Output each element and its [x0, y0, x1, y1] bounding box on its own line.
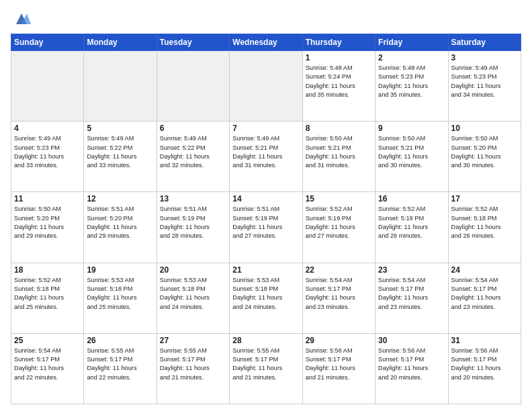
day-number: 30: [378, 336, 445, 345]
calendar-cell: 19Sunrise: 5:53 AM Sunset: 5:18 PM Dayli…: [84, 263, 157, 333]
day-info: Sunrise: 5:56 AM Sunset: 5:17 PM Dayligh…: [378, 347, 445, 382]
day-info: Sunrise: 5:51 AM Sunset: 5:19 PM Dayligh…: [232, 205, 299, 240]
day-number: 20: [160, 265, 226, 275]
day-info: Sunrise: 5:49 AM Sunset: 5:21 PM Dayligh…: [232, 134, 299, 170]
day-info: Sunrise: 5:50 AM Sunset: 5:21 PM Dayligh…: [306, 134, 372, 170]
logo: [11, 9, 31, 28]
day-number: 24: [451, 265, 518, 275]
day-info: Sunrise: 5:54 AM Sunset: 5:17 PM Dayligh…: [306, 276, 372, 312]
day-info: Sunrise: 5:53 AM Sunset: 5:18 PM Dayligh…: [232, 276, 299, 312]
calendar-cell: 6Sunrise: 5:49 AM Sunset: 5:22 PM Daylig…: [157, 122, 229, 192]
day-number: 1: [306, 53, 372, 62]
calendar-cell: 21Sunrise: 5:53 AM Sunset: 5:18 PM Dayli…: [230, 263, 302, 333]
day-number: 31: [451, 336, 518, 345]
day-info: Sunrise: 5:51 AM Sunset: 5:19 PM Dayligh…: [160, 205, 226, 240]
calendar-cell: 17Sunrise: 5:52 AM Sunset: 5:18 PM Dayli…: [448, 192, 521, 263]
day-number: 15: [306, 194, 372, 203]
day-number: 14: [232, 194, 299, 203]
day-number: 9: [378, 124, 445, 133]
calendar-cell: 8Sunrise: 5:50 AM Sunset: 5:21 PM Daylig…: [302, 122, 375, 192]
calendar-cell: [84, 51, 157, 122]
calendar-cell: 15Sunrise: 5:52 AM Sunset: 5:19 PM Dayli…: [302, 192, 375, 263]
day-info: Sunrise: 5:53 AM Sunset: 5:18 PM Dayligh…: [87, 276, 153, 312]
calendar-table: SundayMondayTuesdayWednesdayThursdayFrid…: [11, 34, 521, 404]
day-number: 23: [378, 265, 445, 275]
calendar-cell: 2Sunrise: 5:48 AM Sunset: 5:23 PM Daylig…: [375, 51, 448, 122]
day-info: Sunrise: 5:52 AM Sunset: 5:19 PM Dayligh…: [378, 205, 445, 240]
day-info: Sunrise: 5:55 AM Sunset: 5:17 PM Dayligh…: [87, 347, 153, 382]
calendar-cell: 4Sunrise: 5:49 AM Sunset: 5:23 PM Daylig…: [11, 122, 84, 192]
weekday-header-tuesday: Tuesday: [157, 34, 229, 51]
day-number: 21: [232, 265, 299, 275]
weekday-header-sunday: Sunday: [11, 34, 84, 51]
day-info: Sunrise: 5:48 AM Sunset: 5:24 PM Dayligh…: [306, 64, 372, 99]
week-row-1: 1Sunrise: 5:48 AM Sunset: 5:24 PM Daylig…: [11, 51, 521, 122]
calendar-cell: [230, 51, 302, 122]
calendar-cell: 5Sunrise: 5:49 AM Sunset: 5:22 PM Daylig…: [84, 122, 157, 192]
day-number: 5: [87, 124, 153, 133]
weekday-header-wednesday: Wednesday: [230, 34, 302, 51]
calendar-cell: 23Sunrise: 5:54 AM Sunset: 5:17 PM Dayli…: [375, 263, 448, 333]
day-number: 26: [87, 336, 153, 345]
day-info: Sunrise: 5:51 AM Sunset: 5:20 PM Dayligh…: [87, 205, 153, 240]
day-number: 12: [87, 194, 153, 203]
week-row-5: 25Sunrise: 5:54 AM Sunset: 5:17 PM Dayli…: [11, 333, 521, 404]
day-number: 10: [451, 124, 518, 133]
day-info: Sunrise: 5:56 AM Sunset: 5:17 PM Dayligh…: [306, 347, 372, 382]
day-number: 25: [14, 336, 81, 345]
day-info: Sunrise: 5:52 AM Sunset: 5:19 PM Dayligh…: [306, 205, 372, 240]
day-number: 7: [232, 124, 299, 133]
calendar-cell: 10Sunrise: 5:50 AM Sunset: 5:20 PM Dayli…: [448, 122, 521, 192]
day-number: 28: [232, 336, 299, 345]
calendar-cell: 28Sunrise: 5:55 AM Sunset: 5:17 PM Dayli…: [230, 333, 302, 404]
day-number: 3: [451, 53, 518, 62]
day-number: 18: [14, 265, 81, 275]
calendar-cell: 18Sunrise: 5:52 AM Sunset: 5:18 PM Dayli…: [11, 263, 84, 333]
day-number: 29: [306, 336, 372, 345]
calendar-cell: 31Sunrise: 5:56 AM Sunset: 5:17 PM Dayli…: [448, 333, 521, 404]
day-info: Sunrise: 5:50 AM Sunset: 5:20 PM Dayligh…: [451, 134, 518, 170]
day-info: Sunrise: 5:49 AM Sunset: 5:22 PM Dayligh…: [87, 134, 153, 170]
day-number: 22: [306, 265, 372, 275]
day-info: Sunrise: 5:53 AM Sunset: 5:18 PM Dayligh…: [160, 276, 226, 312]
weekday-header-friday: Friday: [375, 34, 448, 51]
calendar-cell: 7Sunrise: 5:49 AM Sunset: 5:21 PM Daylig…: [230, 122, 302, 192]
calendar-cell: 24Sunrise: 5:54 AM Sunset: 5:17 PM Dayli…: [448, 263, 521, 333]
calendar-cell: 27Sunrise: 5:55 AM Sunset: 5:17 PM Dayli…: [157, 333, 229, 404]
header: [11, 9, 521, 28]
day-number: 27: [160, 336, 226, 345]
day-info: Sunrise: 5:52 AM Sunset: 5:18 PM Dayligh…: [451, 205, 518, 240]
week-row-4: 18Sunrise: 5:52 AM Sunset: 5:18 PM Dayli…: [11, 263, 521, 333]
calendar-cell: 26Sunrise: 5:55 AM Sunset: 5:17 PM Dayli…: [84, 333, 157, 404]
calendar-cell: 16Sunrise: 5:52 AM Sunset: 5:19 PM Dayli…: [375, 192, 448, 263]
day-info: Sunrise: 5:49 AM Sunset: 5:23 PM Dayligh…: [451, 64, 518, 99]
day-number: 6: [160, 124, 226, 133]
page: SundayMondayTuesdayWednesdayThursdayFrid…: [0, 0, 532, 411]
day-info: Sunrise: 5:54 AM Sunset: 5:17 PM Dayligh…: [378, 276, 445, 312]
day-info: Sunrise: 5:48 AM Sunset: 5:23 PM Dayligh…: [378, 64, 445, 99]
calendar-cell: 11Sunrise: 5:50 AM Sunset: 5:20 PM Dayli…: [11, 192, 84, 263]
day-number: 16: [378, 194, 445, 203]
day-number: 17: [451, 194, 518, 203]
calendar-cell: 12Sunrise: 5:51 AM Sunset: 5:20 PM Dayli…: [84, 192, 157, 263]
logo-icon: [12, 9, 31, 28]
day-info: Sunrise: 5:50 AM Sunset: 5:21 PM Dayligh…: [378, 134, 445, 170]
calendar-cell: 9Sunrise: 5:50 AM Sunset: 5:21 PM Daylig…: [375, 122, 448, 192]
calendar-cell: 13Sunrise: 5:51 AM Sunset: 5:19 PM Dayli…: [157, 192, 229, 263]
calendar-cell: 14Sunrise: 5:51 AM Sunset: 5:19 PM Dayli…: [230, 192, 302, 263]
calendar-cell: 1Sunrise: 5:48 AM Sunset: 5:24 PM Daylig…: [302, 51, 375, 122]
day-number: 19: [87, 265, 153, 275]
day-info: Sunrise: 5:52 AM Sunset: 5:18 PM Dayligh…: [14, 276, 81, 312]
calendar-cell: 29Sunrise: 5:56 AM Sunset: 5:17 PM Dayli…: [302, 333, 375, 404]
day-info: Sunrise: 5:56 AM Sunset: 5:17 PM Dayligh…: [451, 347, 518, 382]
weekday-header-saturday: Saturday: [448, 34, 521, 51]
calendar-cell: 3Sunrise: 5:49 AM Sunset: 5:23 PM Daylig…: [448, 51, 521, 122]
day-info: Sunrise: 5:50 AM Sunset: 5:20 PM Dayligh…: [14, 205, 81, 240]
day-number: 2: [378, 53, 445, 62]
day-info: Sunrise: 5:55 AM Sunset: 5:17 PM Dayligh…: [232, 347, 299, 382]
calendar-cell: 20Sunrise: 5:53 AM Sunset: 5:18 PM Dayli…: [157, 263, 229, 333]
week-row-2: 4Sunrise: 5:49 AM Sunset: 5:23 PM Daylig…: [11, 122, 521, 192]
weekday-header-monday: Monday: [84, 34, 157, 51]
day-number: 8: [306, 124, 372, 133]
day-number: 4: [14, 124, 81, 133]
